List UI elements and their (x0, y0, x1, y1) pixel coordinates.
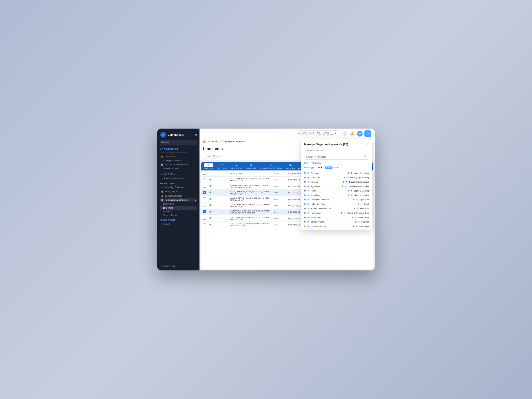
plot-rows-action[interactable]: ↗ PLOT ROWS (217, 164, 228, 169)
sidebar-budget-optimizer[interactable]: 💰 Budget Optimizer (160, 194, 197, 198)
row-checkbox[interactable] (203, 178, 206, 181)
kw-left-name[interactable]: Home Appliances (310, 225, 326, 228)
sidebar-overall-business[interactable]: Overall Business (160, 167, 197, 171)
kw-left-count[interactable]: 5 (307, 181, 310, 183)
kw-left-name[interactable]: Home Items (310, 212, 321, 214)
kw-right-count[interactable]: 5 (350, 190, 353, 192)
sidebar-pofillrate[interactable]: ◈ PO Fill Rate (160, 172, 197, 177)
kw-right-name[interactable]: Beauty & Personal Care (347, 212, 369, 214)
sidebar-actions-log[interactable]: ☑ Actions log (160, 264, 197, 268)
kw-right-name[interactable]: Agriculture (359, 199, 369, 201)
drag-handle[interactable]: ≡ (222, 185, 224, 188)
drag-handle[interactable]: ≡ (222, 211, 224, 213)
kw-left-count[interactable]: 4 (307, 225, 310, 228)
kw-right-name[interactable]: Packaging & Printing (350, 177, 369, 179)
kw-left-count[interactable]: 3 (307, 212, 310, 214)
kw-left-name[interactable]: Vehicles (310, 181, 318, 183)
row-checkbox[interactable] (203, 210, 206, 213)
kw-right-count[interactable]: 4 (350, 194, 353, 196)
kw-left-count[interactable]: 4 (307, 198, 310, 201)
kw-right-count[interactable]: 3 (355, 225, 358, 228)
sidebar-alerts[interactable]: 🔔 Alerts › ★ (160, 154, 197, 159)
sidebar-business-overview[interactable]: 📊 Business Overview › ★ (160, 163, 197, 167)
help-button[interactable]: ? (342, 131, 348, 137)
sidebar-hourly-bidder[interactable]: ⏰ Hourly Bidder (160, 190, 197, 194)
sidebar-campaigns[interactable]: Campaigns (160, 202, 197, 206)
share-button[interactable]: ↗ (364, 130, 371, 137)
kw-left-count[interactable]: 5 (307, 176, 310, 179)
kw-left-name[interactable]: Lights & Lighting (310, 203, 325, 205)
panel-subtitle-dropdown[interactable]: ▾ (324, 149, 325, 151)
kw-left-name[interactable]: Agriculture (310, 194, 320, 196)
kw-left-count[interactable]: 4 (307, 203, 310, 205)
kw-right-count[interactable]: 5 (347, 176, 349, 179)
sidebar-campaign-management[interactable]: 📋 Campaign Management ▾ (160, 198, 197, 202)
kw-right-count[interactable]: 4 (361, 203, 363, 205)
kw-right-name[interactable]: Hardware (360, 208, 369, 210)
optimization-strategy-action[interactable]: ◇ OPTIMIZATION STRATEGY (260, 164, 282, 169)
kw-left-count[interactable]: 3 (307, 194, 310, 196)
kw-right-count[interactable]: 3 (358, 221, 360, 223)
sidebar-skus[interactable]: ⚆ SKUs (160, 222, 197, 226)
kw-left-count[interactable]: 3 (307, 216, 310, 219)
panel-close-button[interactable]: ✕ (364, 142, 369, 146)
kw-right-name[interactable]: Equipment & Supplies (349, 181, 369, 183)
kw-left-count[interactable]: 5 (307, 185, 310, 188)
sidebar-search-terms[interactable]: Search Terms (160, 214, 197, 217)
kw-left-name[interactable]: Home Items (310, 216, 321, 219)
kw-right-name[interactable]: Food (364, 203, 369, 205)
drag-handle[interactable]: ≡ (222, 198, 224, 200)
row-checkbox[interactable] (203, 197, 206, 200)
kw-right-count[interactable]: 3 (354, 216, 357, 219)
edit-status-action[interactable]: ● EDIT STATUS (231, 164, 242, 169)
kw-left-name[interactable]: Purple (310, 190, 316, 192)
user-avatar[interactable]: NB (357, 131, 363, 137)
kw-left-name[interactable]: Fashion (310, 172, 318, 174)
kw-right-count[interactable]: 5 (350, 172, 353, 174)
breadcrumb-advertising[interactable]: Advertising (208, 140, 219, 143)
drag-handle[interactable]: ≡ (222, 204, 224, 207)
kw-left-name[interactable]: Packaging & Printing (310, 199, 329, 201)
kw-right-name[interactable]: Vehicles & Accessories (348, 185, 369, 188)
kw-right-name[interactable]: Lights & Lighting (354, 194, 369, 196)
kw-right-count[interactable]: 5 (345, 181, 348, 183)
panel-add-new-link[interactable]: Add New (312, 162, 321, 164)
kw-right-name[interactable]: Beverages (359, 225, 369, 228)
row-checkbox[interactable] (203, 217, 206, 220)
drag-handle[interactable]: ≡ (222, 179, 224, 181)
kw-left-name[interactable]: Beauty & Personal Care (310, 208, 332, 210)
sidebar-ad-skus[interactable]: Ad SKUs (160, 210, 197, 214)
select-all-checkbox[interactable] (203, 172, 206, 175)
kw-left-count[interactable]: 3 (307, 221, 310, 223)
row-checkbox[interactable] (203, 204, 206, 207)
kw-right-count[interactable]: 3 (344, 212, 346, 214)
add-filters-button[interactable]: ＋ Add Filters (203, 154, 221, 159)
sidebar-realtime[interactable]: ⟳ Real Time PO Audit (160, 177, 197, 181)
kw-left-count[interactable]: 5 (307, 190, 310, 192)
sidebar-line-items[interactable]: Line Items (160, 206, 197, 210)
adjust-bid-action[interactable]: $ ADJUST BID (246, 164, 256, 169)
match-all-button[interactable]: All ▾ (317, 166, 323, 169)
drag-handle[interactable]: ≡ (222, 191, 224, 194)
retailer-button[interactable]: Retailer (160, 140, 197, 145)
kw-left-count[interactable]: 5 (307, 172, 310, 174)
drag-handle[interactable]: ≡ (222, 224, 224, 226)
kw-left-name[interactable]: Machinery (310, 177, 320, 179)
col-line-item-name[interactable]: Line Item Name (228, 171, 272, 177)
notifications-button[interactable]: 🔔 (349, 131, 355, 137)
kw-right-name[interactable]: Lights & Lighting (354, 190, 369, 192)
kw-right-name[interactable]: Home Items (358, 216, 369, 219)
add-skus-action[interactable]: 🛍 ADD SKUS (285, 164, 295, 169)
panel-edit-link[interactable]: Edit (304, 162, 308, 164)
kw-left-name[interactable]: Agriculture (310, 185, 320, 188)
kw-right-name[interactable]: Lights & Lighting (354, 172, 369, 174)
row-checkbox[interactable] (203, 185, 206, 188)
drag-handle[interactable]: ≡ (222, 217, 224, 220)
kw-right-name[interactable]: Summer (361, 221, 369, 223)
breadcrumb-home[interactable]: 🏠 (203, 140, 206, 143)
kw-right-count[interactable]: 4 (355, 198, 358, 201)
kw-left-count[interactable]: 3 (307, 207, 310, 210)
row-checkbox[interactable] (203, 191, 206, 194)
panel-search-input[interactable] (306, 156, 362, 158)
kw-right-count[interactable]: 3 (356, 207, 359, 210)
